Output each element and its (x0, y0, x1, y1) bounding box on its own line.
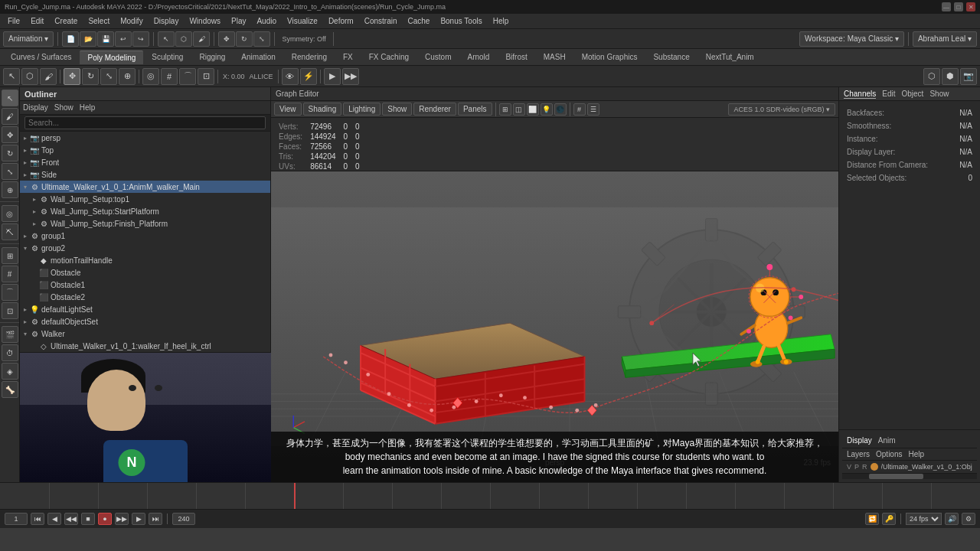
univ-tool-side[interactable]: ⊕ (2, 181, 18, 198)
channels-scrollbar-thumb[interactable] (869, 474, 923, 479)
tab-arnold[interactable]: Arnold (459, 51, 497, 64)
isolate-tool[interactable]: ⚡ (300, 68, 317, 85)
tab-rendering[interactable]: Rendering (284, 51, 335, 64)
menu-bonus tools[interactable]: Bonus Tools (436, 15, 486, 27)
render-seq-tool[interactable]: ▶▶ (342, 68, 359, 85)
lasso-tool[interactable]: ⬡ (21, 68, 38, 85)
deform-side[interactable]: ◈ (2, 363, 18, 380)
menu-audio[interactable]: Audio (252, 15, 281, 27)
snap-curve-tool[interactable]: ⌒ (179, 68, 196, 85)
go-end-btn[interactable]: ⏭ (149, 513, 162, 525)
window-controls[interactable]: — □ ✕ (942, 2, 975, 11)
tree-item-side[interactable]: ▸📷Side (20, 168, 270, 181)
component-mode-btn[interactable]: ⬡ (923, 68, 940, 85)
tab-mash[interactable]: MASH (536, 51, 573, 64)
menu-edit[interactable]: Edit (26, 15, 48, 27)
tab-animation[interactable]: Animation (234, 51, 283, 64)
outliner-show-menu[interactable]: Show (54, 103, 74, 112)
paint-btn[interactable]: 🖌 (193, 31, 210, 47)
textured-btn[interactable]: ⬜ (527, 103, 539, 116)
tree-item-persp[interactable]: ▸📷persp (20, 132, 270, 144)
select-tool-side[interactable]: ↖ (2, 90, 18, 106)
scale-tool[interactable]: ⤡ (100, 68, 117, 85)
hud-btn[interactable]: ☰ (587, 103, 599, 116)
snap-point-side[interactable]: ⊡ (2, 302, 18, 319)
tree-expand-arrow[interactable]: ▸ (21, 159, 29, 166)
layers-sub[interactable]: Layers (847, 450, 870, 458)
move-tool[interactable]: ✥ (64, 68, 80, 85)
menu-deform[interactable]: Deform (324, 15, 358, 27)
rotate-tool-side[interactable]: ↻ (2, 145, 18, 161)
select-tool[interactable]: ↖ (3, 68, 20, 85)
undo-btn[interactable]: ↩ (115, 31, 132, 47)
tree-item-wall_jump2[interactable]: ▸⚙Wall_Jump_Setup:StartPlatform (20, 205, 270, 217)
tree-item-obstacle[interactable]: ⬛Obstacle (20, 266, 270, 279)
outliner-display-menu[interactable]: Display (23, 103, 48, 112)
tree-expand-arrow[interactable]: ▾ (21, 331, 29, 337)
show-menu[interactable]: Show (382, 103, 412, 116)
timeline-track[interactable] (0, 483, 980, 509)
tree-expand-arrow[interactable]: ▸ (21, 171, 29, 178)
open-btn[interactable]: 📂 (80, 31, 96, 47)
menu-windows[interactable]: Windows (185, 15, 225, 27)
menu-constrain[interactable]: Constrain (360, 15, 402, 27)
sculpt-side[interactable]: ⛏ (2, 223, 18, 240)
menu-modify[interactable]: Modify (116, 15, 147, 27)
soft-mod-side[interactable]: ◎ (2, 205, 18, 222)
object-mode-btn[interactable]: ⬢ (942, 68, 959, 85)
tree-item-front[interactable]: ▸📷Front (20, 156, 270, 168)
soft-select-tool[interactable]: ◎ (142, 68, 159, 85)
rigging-side[interactable]: 🦴 (2, 381, 18, 398)
menu-create[interactable]: Create (50, 15, 82, 27)
show-manip-side[interactable]: ⊞ (2, 247, 18, 264)
tree-item-wall_jump3[interactable]: ▸⚙Wall_Jump_Setup:Finish_Platform (20, 217, 270, 230)
help-sub[interactable]: Help (908, 450, 924, 458)
fps-select[interactable]: 24 fps 30 fps (906, 513, 942, 525)
menu-cache[interactable]: Cache (403, 15, 434, 27)
tree-expand-arrow[interactable]: ▸ (31, 220, 38, 227)
move-tool-side[interactable]: ✥ (2, 126, 18, 143)
redo-btn[interactable]: ↪ (132, 31, 149, 47)
channels-scrollbar[interactable] (842, 473, 977, 479)
workspace-dropdown[interactable]: Workspace: Maya Classic ▾ (799, 31, 904, 47)
snap-grid-side[interactable]: # (2, 266, 18, 282)
object-tab[interactable]: Object (902, 90, 924, 98)
show-tab[interactable]: Show (929, 90, 949, 98)
tree-item-obstacle1[interactable]: ⬛Obstacle1 (20, 279, 270, 291)
rotate-tool[interactable]: ↻ (82, 68, 99, 85)
scale-tool-side[interactable]: ⤡ (2, 163, 18, 180)
new-scene-btn[interactable]: 📄 (62, 31, 79, 47)
edit-tab[interactable]: Edit (882, 90, 895, 98)
tab-motion-graphics[interactable]: Motion Graphics (574, 51, 645, 64)
viewport-3d[interactable]: persp 23.9 fps 身体力学，甚至成为一个图像，我有签署这个课程的学生… (271, 171, 838, 482)
render-frame-tool[interactable]: ▶ (324, 68, 341, 85)
shadow-btn[interactable]: 🌑 (554, 103, 567, 116)
tree-item-wall_jump1[interactable]: ▸⚙Wall_Jump_Setup:top1 (20, 193, 270, 205)
end-frame-input[interactable] (172, 513, 195, 525)
timeline-bar[interactable] (0, 483, 980, 510)
menu-visualize[interactable]: Visualize (283, 15, 322, 27)
snap-point-tool[interactable]: ⊡ (198, 68, 214, 85)
render-side[interactable]: 🎬 (2, 326, 18, 343)
tree-expand-arrow[interactable]: ▸ (31, 208, 38, 215)
panels-menu[interactable]: Panels (458, 103, 492, 116)
menu-display[interactable]: Display (149, 15, 184, 27)
tree-item-top[interactable]: ▸📷Top (20, 144, 270, 156)
tree-item-defaultLightSet[interactable]: ▸💡defaultLightSet (20, 303, 270, 315)
tree-expand-arrow[interactable]: ▸ (21, 306, 29, 313)
minimize-button[interactable]: — (942, 2, 951, 11)
tree-expand-arrow[interactable]: ▸ (21, 135, 29, 142)
anim-tab[interactable]: Anim (878, 436, 896, 445)
outliner-help-menu[interactable]: Help (80, 103, 96, 112)
display-tab[interactable]: Display (847, 436, 872, 445)
tab-substance[interactable]: Substance (645, 51, 697, 64)
tree-expand-arrow[interactable]: ▸ (21, 147, 29, 154)
snap-grid-tool[interactable]: # (161, 68, 178, 85)
loop-btn[interactable]: 🔁 (865, 513, 879, 525)
sound-btn[interactable]: 🔊 (945, 513, 959, 525)
view-menu[interactable]: View (274, 103, 302, 116)
tree-expand-arrow[interactable]: ▸ (21, 318, 29, 325)
menu-play[interactable]: Play (227, 15, 250, 27)
lasso-btn[interactable]: ⬡ (175, 31, 192, 47)
tree-item-group2[interactable]: ▾⚙group2 (20, 242, 270, 254)
